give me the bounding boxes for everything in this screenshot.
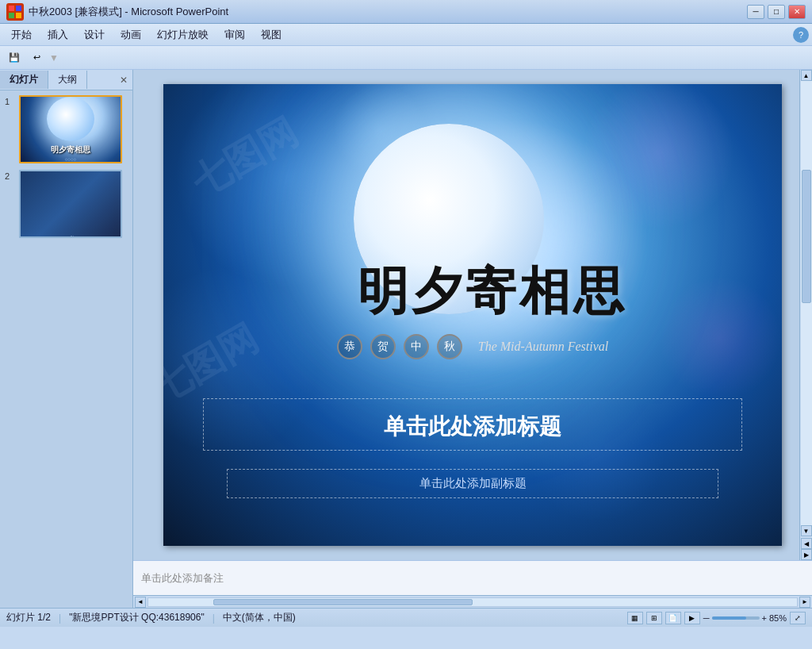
notes-area[interactable]: 单击此处添加备注 bbox=[133, 560, 812, 595]
svg-rect-2 bbox=[9, 13, 14, 18]
slide-sorter-button[interactable]: ⊞ bbox=[646, 612, 662, 624]
sidebar: 幻灯片 大纲 ✕ 1 明夕寄相思 ○○○○ 2 bbox=[0, 70, 133, 608]
language-info: 中文(简体，中国) bbox=[223, 611, 296, 624]
slideshow-button[interactable]: ▶ bbox=[684, 612, 700, 624]
slide-content-row: 七图网 七图网 明夕寄相思 恭 贺 中 秋 The Mid-Autumn Fes… bbox=[133, 70, 812, 560]
scroll-next-slide[interactable]: ▶ bbox=[801, 549, 812, 560]
title-bar-controls: ─ □ ✕ bbox=[747, 5, 806, 19]
main-area: 幻灯片 大纲 ✕ 1 明夕寄相思 ○○○○ 2 bbox=[0, 70, 812, 608]
slide-subtitle-row: 恭 贺 中 秋 The Mid-Autumn Festival bbox=[163, 334, 782, 359]
slide-image-1[interactable]: 明夕寄相思 ○○○○ bbox=[19, 95, 122, 163]
thumb-subtitle-1: ○○○○ bbox=[65, 157, 77, 162]
festival-english: The Mid-Autumn Festival bbox=[478, 340, 608, 354]
tab-outline[interactable]: 大纲 bbox=[48, 71, 87, 89]
sidebar-close-button[interactable]: ✕ bbox=[115, 75, 132, 86]
svg-rect-0 bbox=[9, 6, 14, 11]
zoom-fill bbox=[712, 616, 746, 620]
menu-animation[interactable]: 动画 bbox=[113, 25, 149, 44]
circle-char-1: 恭 bbox=[337, 334, 362, 359]
title-placeholder-text[interactable]: 单击此处添加标题 bbox=[212, 412, 733, 442]
menu-design[interactable]: 设计 bbox=[76, 25, 113, 44]
toolbar: 💾 ↩ ▼ bbox=[0, 46, 812, 70]
scroll-down-button[interactable]: ▼ bbox=[801, 525, 812, 536]
menu-review[interactable]: 审阅 bbox=[216, 25, 253, 44]
slide-panel[interactable]: 1 明夕寄相思 ○○○○ 2 中秋 bbox=[0, 90, 132, 608]
thumb-title-1: 明夕寄相思 bbox=[51, 144, 90, 156]
title-bar: 中秋2003 [兼容模式] - Microsoft PowerPoint ─ □… bbox=[0, 0, 812, 24]
vertical-scrollbar[interactable]: ▲ ▼ ◀ ▶ bbox=[799, 70, 812, 560]
circle-char-2: 贺 bbox=[370, 334, 396, 359]
slide-num-2: 2 bbox=[5, 170, 16, 181]
scroll-prev-slide[interactable]: ◀ bbox=[801, 538, 812, 549]
app-icon bbox=[6, 3, 24, 21]
save-button[interactable]: 💾 bbox=[5, 49, 24, 67]
fit-window-button[interactable]: ⤢ bbox=[790, 612, 806, 624]
slide-thumb-1[interactable]: 1 明夕寄相思 ○○○○ bbox=[5, 95, 128, 163]
hscroll-right-button[interactable]: ► bbox=[799, 597, 810, 608]
title-placeholder-box[interactable]: 单击此处添加标题 bbox=[203, 398, 742, 451]
slide-main-title: 明夕寄相思 bbox=[266, 267, 718, 317]
notes-placeholder[interactable]: 单击此处添加备注 bbox=[141, 571, 224, 586]
normal-view-button[interactable]: ▦ bbox=[627, 612, 643, 624]
menu-bar: 开始 插入 设计 动画 幻灯片放映 审阅 视图 ? bbox=[0, 24, 812, 46]
slide-thumb-2[interactable]: 2 中秋 bbox=[5, 170, 128, 238]
status-sep-2: | bbox=[213, 613, 215, 624]
zoom-slider[interactable] bbox=[712, 616, 760, 620]
title-bar-left: 中秋2003 [兼容模式] - Microsoft PowerPoint bbox=[6, 3, 228, 21]
status-right: ▦ ⊞ 📄 ▶ ─ + 85% ⤢ bbox=[627, 612, 806, 624]
menu-view[interactable]: 视图 bbox=[253, 25, 289, 44]
close-button[interactable]: ✕ bbox=[788, 5, 806, 19]
scroll-track[interactable] bbox=[801, 81, 812, 525]
hscroll-track[interactable] bbox=[147, 597, 798, 607]
hscroll-thumb[interactable] bbox=[213, 599, 473, 605]
menu-home[interactable]: 开始 bbox=[3, 25, 40, 44]
slide-canvas[interactable]: 七图网 七图网 明夕寄相思 恭 贺 中 秋 The Mid-Autumn Fes… bbox=[163, 84, 782, 546]
status-sep-1: | bbox=[59, 613, 61, 624]
zoom-control[interactable]: ─ + 85% bbox=[703, 613, 787, 623]
help-button[interactable]: ? bbox=[793, 27, 809, 43]
window-title: 中秋2003 [兼容模式] - Microsoft PowerPoint bbox=[29, 5, 228, 19]
menu-slideshow[interactable]: 幻灯片放映 bbox=[149, 25, 216, 44]
scroll-thumb[interactable] bbox=[802, 170, 811, 303]
undo-button[interactable]: ↩ bbox=[27, 49, 46, 67]
subtitle-placeholder-box[interactable]: 单击此处添加副标题 bbox=[227, 469, 718, 498]
status-bar: 幻灯片 1/2 | "新思境PPT设计 QQ:43618906" | 中文(简体… bbox=[0, 608, 812, 627]
thumb-bg-2: 中秋 bbox=[21, 171, 121, 236]
circle-char-3: 中 bbox=[404, 334, 429, 359]
restore-button[interactable]: □ bbox=[768, 5, 785, 19]
circle-char-4: 秋 bbox=[437, 334, 462, 359]
slide-main: 七图网 七图网 明夕寄相思 恭 贺 中 秋 The Mid-Autumn Fes… bbox=[133, 70, 812, 560]
scroll-up-button[interactable]: ▲ bbox=[801, 70, 812, 81]
menu-insert[interactable]: 插入 bbox=[40, 25, 76, 44]
zoom-minus[interactable]: ─ bbox=[703, 613, 710, 623]
hscroll-left-button[interactable]: ◄ bbox=[135, 597, 146, 608]
slide-info: 幻灯片 1/2 bbox=[6, 611, 51, 624]
minimize-button[interactable]: ─ bbox=[747, 5, 764, 19]
slide-image-2[interactable]: 中秋 bbox=[19, 170, 122, 238]
reading-view-button[interactable]: 📄 bbox=[665, 612, 681, 624]
zoom-plus[interactable]: + bbox=[762, 613, 767, 623]
zoom-level: 85% bbox=[769, 613, 787, 623]
sidebar-tabs: 幻灯片 大纲 ✕ bbox=[0, 70, 132, 90]
horizontal-scrollbar[interactable]: ◄ ► bbox=[133, 595, 812, 608]
svg-rect-1 bbox=[16, 6, 21, 11]
svg-rect-3 bbox=[16, 13, 21, 18]
subtitle-placeholder-text[interactable]: 单击此处添加副标题 bbox=[234, 476, 711, 491]
slide-region: 七图网 七图网 明夕寄相思 恭 贺 中 秋 The Mid-Autumn Fes… bbox=[133, 70, 812, 608]
thumb-bg-1: 明夕寄相思 ○○○○ bbox=[21, 97, 121, 162]
slide-num-1: 1 bbox=[5, 95, 16, 106]
tab-slides[interactable]: 幻灯片 bbox=[0, 71, 48, 89]
theme-info: "新思境PPT设计 QQ:43618906" bbox=[69, 611, 205, 624]
